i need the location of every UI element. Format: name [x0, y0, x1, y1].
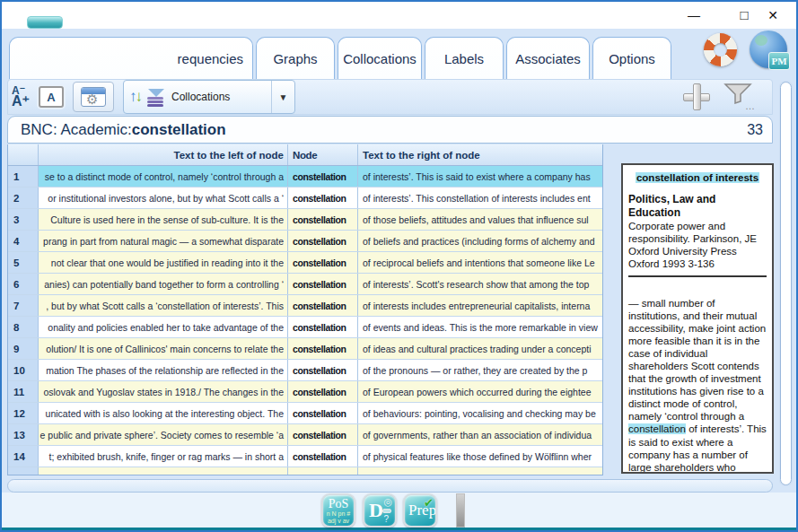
node-cell: constellation [288, 446, 358, 467]
settings-button[interactable]: ⚙ [73, 82, 114, 112]
left-context-cell [39, 467, 288, 475]
table-row[interactable]: 7 , but by what Scott calls a ‘constella… [8, 295, 602, 317]
left-context-cell: prang in part from natural magic — a som… [39, 231, 288, 251]
right-context-cell: of reciprocal beliefs and intentions tha… [358, 252, 602, 273]
right-context-cell: of behaviours: pointing, vocalising and … [358, 403, 602, 423]
detail-text: — small number of institutions, and thei… [628, 297, 767, 473]
add-button[interactable] [680, 81, 713, 113]
pill-icon [382, 509, 391, 513]
row-number: 5 [8, 252, 39, 273]
row-number-header [8, 144, 39, 165]
table-row[interactable]: 3 Culture is used here in the sense of s… [8, 209, 602, 231]
vertical-scrollbar-thumb[interactable] [780, 82, 792, 485]
table-row[interactable]: 11 oslovak and Yugoslav states in 1918./… [8, 381, 602, 403]
right-context-cell: of the pronouns — or rather, they are cr… [358, 360, 602, 380]
left-context-cell: Culture is used here in the sense of sub… [39, 209, 288, 230]
node-cell: constellation [288, 231, 358, 251]
row-number: 6 [8, 274, 39, 294]
left-context-cell: t; exhibited brush, knife, finger or rag… [39, 446, 288, 467]
target-icon: ◎ [383, 496, 392, 508]
font-size-buttons[interactable]: A⁻ A⁺ [12, 85, 39, 109]
node-cell [288, 467, 358, 475]
left-context-header[interactable]: Text to the left of node [39, 144, 288, 165]
pos-sub-label-2: adj v av [323, 518, 354, 525]
pos-label: PoS [323, 498, 354, 510]
result-count: 33 [747, 122, 763, 138]
tab-collocations[interactable]: Collocations [338, 37, 422, 79]
table-row[interactable]: 10 mation The phases of the relationship… [8, 360, 602, 381]
collocation-layers-icon [146, 89, 166, 105]
right-context-cell: of governments, rather than an associati… [358, 424, 602, 445]
detail-category: Politics, Law and Education [628, 193, 767, 219]
row-number: 2 [8, 188, 39, 208]
node-header[interactable]: Node [288, 144, 358, 165]
row-number: 8 [8, 317, 39, 337]
pm-badge: PM [768, 52, 790, 70]
left-context-cell: or institutional investors alone, but by… [39, 188, 288, 208]
highlighted-node-word: constellation [628, 423, 686, 434]
tab-graphs[interactable]: Graphs [256, 37, 335, 79]
table-row[interactable]: 2 or institutional investors alone, but … [8, 188, 602, 209]
node-cell: constellation [288, 360, 358, 380]
row-number: 1 [8, 166, 39, 187]
pos-tags-button[interactable]: PoS n N pn # adj v av [321, 493, 355, 528]
prepositions-button[interactable]: Prep ✔ [403, 493, 437, 528]
node-word: constellation [132, 121, 226, 139]
node-cell: constellation [288, 403, 358, 423]
filter-button[interactable]: … [723, 83, 754, 111]
maximize-button[interactable]: □ [732, 5, 757, 25]
table-row[interactable]: 9 olution/ It is one of Callinicos' main… [8, 338, 602, 360]
font-sample-button[interactable]: A [39, 86, 64, 108]
help-lifering-icon[interactable] [704, 33, 737, 66]
node-cell: constellation [288, 252, 358, 273]
question-mark-icon: ? [383, 514, 389, 524]
view-selector-dropdown[interactable]: ↑↓ Collocations ▼ [123, 80, 295, 114]
left-context-cell: onality and policies enabled her to take… [39, 317, 288, 337]
close-button[interactable]: ✕ [760, 5, 785, 25]
left-context-cell: e public and private sphere’. Society co… [39, 424, 288, 445]
table-row[interactable]: 8 onality and policies enabled her to ta… [8, 317, 602, 338]
tab-options[interactable]: Options [592, 37, 671, 79]
chevron-down-icon[interactable]: ▼ [271, 81, 294, 113]
right-context-cell: of interests’. This is said to exist whe… [358, 166, 602, 187]
node-cell: constellation [288, 295, 358, 316]
title-bar: — □ ✕ [2, 2, 796, 29]
vertical-scrollbar[interactable] [779, 81, 793, 486]
sort-arrows-icon: ↑↓ [129, 88, 143, 106]
table-row[interactable]: 4 prang in part from natural magic — a s… [8, 231, 602, 252]
row-number: 4 [8, 231, 39, 251]
table-row[interactable]: 6 anies) can potentially band together t… [8, 274, 602, 295]
tab-frequencies[interactable]: requencies [9, 37, 253, 79]
right-context-cell: of those beliefs, attitudes and values t… [358, 209, 602, 230]
table-row-partial[interactable] [8, 467, 602, 475]
horizontal-scrollbar[interactable] [7, 479, 773, 493]
table-row[interactable]: 5 not clear that one would be justified … [8, 252, 602, 274]
tab-associates[interactable]: Associates [506, 37, 590, 79]
minimize-button[interactable]: — [681, 5, 706, 25]
pos-sub-label-1: n N pn # [323, 510, 354, 518]
row-number: 13 [8, 424, 39, 445]
node-cell: constellation [288, 338, 358, 359]
left-context-cell: se to a distinct mode of control, namely… [39, 166, 288, 187]
prime-machine-logo-icon[interactable]: PM [750, 31, 787, 68]
right-context-cell: of European powers which occurred during… [358, 381, 602, 402]
row-number: 14 [8, 446, 39, 467]
right-context-header[interactable]: Text to the right of node [358, 144, 602, 165]
right-context-cell: of interests’. This constellation of int… [358, 188, 602, 208]
left-context-cell: mation The phases of the relationship ar… [39, 360, 288, 380]
right-context-cell: of beliefs and practices (including form… [358, 231, 602, 251]
table-row[interactable]: 13 e public and private sphere’. Society… [8, 424, 602, 446]
node-cell: constellation [288, 424, 358, 445]
table-row[interactable]: 1 se to a distinct mode of control, name… [8, 166, 602, 188]
row-number: 10 [8, 360, 39, 380]
tab-labels[interactable]: Labels [425, 37, 504, 79]
row-number: 9 [8, 338, 39, 359]
dictionary-letter: D [369, 499, 383, 522]
detail-title: constellation of interests [628, 171, 767, 184]
table-row[interactable]: 12 unicated with is also looking at the … [8, 403, 602, 424]
table-row[interactable]: 14 t; exhibited brush, knife, finger or … [8, 446, 602, 467]
tab-strip: requencies Graphs Collocations Labels As… [2, 29, 796, 79]
font-increase-button[interactable]: A⁺ [12, 94, 39, 109]
app-window: — □ ✕ requencies Graphs Collocations Lab… [0, 0, 798, 532]
dictionary-button[interactable]: D ◎ ? [363, 493, 397, 528]
